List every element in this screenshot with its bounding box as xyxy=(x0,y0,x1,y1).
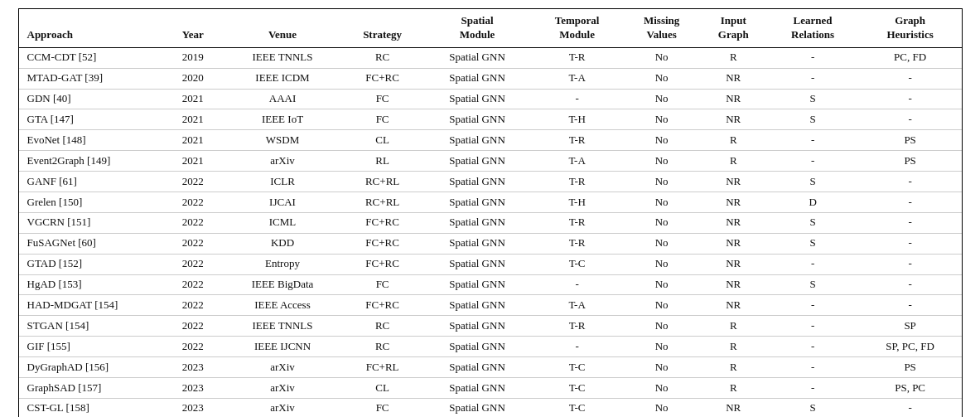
cell-approach: GTA [147] xyxy=(19,109,162,130)
table-row: GTA [147]2021IEEE IoTFCSpatial GNNT-HNoN… xyxy=(19,109,962,130)
cell-graph: - xyxy=(859,109,962,130)
cell-spatial: Spatial GNN xyxy=(423,47,531,68)
cell-temporal: T-C xyxy=(531,254,623,274)
cell-learned: S xyxy=(766,109,858,130)
cell-year: 2023 xyxy=(162,357,224,378)
cell-year: 2020 xyxy=(162,68,224,89)
cell-missing: No xyxy=(623,109,700,130)
cell-input: R xyxy=(700,378,766,399)
cell-graph: - xyxy=(859,295,962,316)
cell-spatial: Spatial GNN xyxy=(423,89,531,109)
cell-temporal: T-R xyxy=(531,233,623,254)
table-row: STGAN [154]2022IEEE TNNLSRCSpatial GNNT-… xyxy=(19,316,962,337)
cell-missing: No xyxy=(623,130,700,151)
cell-missing: No xyxy=(623,212,700,233)
cell-learned: S xyxy=(766,212,858,233)
cell-learned: S xyxy=(766,172,858,192)
cell-strategy: FC+RC xyxy=(341,68,423,89)
cell-venue: Entropy xyxy=(224,254,341,274)
cell-spatial: Spatial GNN xyxy=(423,109,531,130)
table-header-row: Approach Year Venue Strategy SpatialModu… xyxy=(19,9,962,47)
cell-learned: S xyxy=(766,274,858,295)
cell-input: R xyxy=(700,151,766,172)
table-row: GraphSAD [157]2023arXivCLSpatial GNNT-CN… xyxy=(19,378,962,399)
cell-input: R xyxy=(700,337,766,357)
cell-temporal: T-H xyxy=(531,192,623,213)
cell-strategy: FC xyxy=(341,398,423,417)
cell-spatial: Spatial GNN xyxy=(423,295,531,316)
cell-spatial: Spatial GNN xyxy=(423,357,531,378)
cell-year: 2021 xyxy=(162,151,224,172)
cell-approach: GraphSAD [157] xyxy=(19,378,162,399)
cell-input: NR xyxy=(700,109,766,130)
cell-missing: No xyxy=(623,357,700,378)
cell-year: 2022 xyxy=(162,172,224,192)
cell-strategy: RC xyxy=(341,316,423,337)
cell-graph: - xyxy=(859,192,962,213)
cell-strategy: CL xyxy=(341,130,423,151)
cell-graph: - xyxy=(859,254,962,274)
cell-temporal: - xyxy=(531,274,623,295)
cell-strategy: FC+RL xyxy=(341,357,423,378)
cell-year: 2022 xyxy=(162,254,224,274)
main-table-wrapper: Approach Year Venue Strategy SpatialModu… xyxy=(18,8,963,417)
cell-spatial: Spatial GNN xyxy=(423,68,531,89)
cell-approach: CCM-CDT [52] xyxy=(19,47,162,68)
cell-venue: IEEE BigData xyxy=(224,274,341,295)
table-row: HgAD [153]2022IEEE BigDataFCSpatial GNN-… xyxy=(19,274,962,295)
cell-strategy: FC xyxy=(341,109,423,130)
cell-strategy: RC+RL xyxy=(341,192,423,213)
col-header-learned: LearnedRelations xyxy=(766,9,858,47)
cell-spatial: Spatial GNN xyxy=(423,254,531,274)
cell-missing: No xyxy=(623,172,700,192)
cell-year: 2021 xyxy=(162,109,224,130)
cell-approach: MTAD-GAT [39] xyxy=(19,68,162,89)
cell-learned: - xyxy=(766,337,858,357)
cell-strategy: FC+RC xyxy=(341,295,423,316)
cell-graph: - xyxy=(859,398,962,417)
cell-strategy: FC xyxy=(341,274,423,295)
cell-graph: PS xyxy=(859,151,962,172)
cell-missing: No xyxy=(623,316,700,337)
table-row: GTAD [152]2022EntropyFC+RCSpatial GNNT-C… xyxy=(19,254,962,274)
cell-year: 2022 xyxy=(162,233,224,254)
table-row: EvoNet [148]2021WSDMCLSpatial GNNT-RNoR-… xyxy=(19,130,962,151)
cell-input: NR xyxy=(700,233,766,254)
cell-learned: S xyxy=(766,398,858,417)
cell-year: 2021 xyxy=(162,130,224,151)
cell-temporal: T-R xyxy=(531,47,623,68)
cell-graph: - xyxy=(859,212,962,233)
table-row: CCM-CDT [52]2019IEEE TNNLSRCSpatial GNNT… xyxy=(19,47,962,68)
cell-venue: arXiv xyxy=(224,151,341,172)
cell-venue: IEEE IJCNN xyxy=(224,337,341,357)
cell-approach: DyGraphAD [156] xyxy=(19,357,162,378)
cell-graph: - xyxy=(859,172,962,192)
cell-temporal: T-C xyxy=(531,398,623,417)
cell-spatial: Spatial GNN xyxy=(423,172,531,192)
cell-strategy: RC xyxy=(341,47,423,68)
cell-temporal: T-A xyxy=(531,295,623,316)
cell-learned: - xyxy=(766,47,858,68)
cell-year: 2023 xyxy=(162,378,224,399)
cell-learned: - xyxy=(766,130,858,151)
table-row: FuSAGNet [60]2022KDDFC+RCSpatial GNNT-RN… xyxy=(19,233,962,254)
table-row: VGCRN [151]2022ICMLFC+RCSpatial GNNT-RNo… xyxy=(19,212,962,233)
cell-missing: No xyxy=(623,378,700,399)
cell-temporal: - xyxy=(531,337,623,357)
col-header-venue: Venue xyxy=(224,9,341,47)
cell-temporal: T-R xyxy=(531,172,623,192)
cell-missing: No xyxy=(623,398,700,417)
cell-graph: - xyxy=(859,233,962,254)
table-row: GANF [61]2022ICLRRC+RLSpatial GNNT-RNoNR… xyxy=(19,172,962,192)
cell-input: NR xyxy=(700,192,766,213)
cell-missing: No xyxy=(623,68,700,89)
cell-spatial: Spatial GNN xyxy=(423,337,531,357)
table-row: Grelen [150]2022IJCAIRC+RLSpatial GNNT-H… xyxy=(19,192,962,213)
cell-graph: - xyxy=(859,274,962,295)
cell-temporal: T-R xyxy=(531,212,623,233)
cell-spatial: Spatial GNN xyxy=(423,274,531,295)
cell-venue: WSDM xyxy=(224,130,341,151)
col-header-graph: GraphHeuristics xyxy=(859,9,962,47)
cell-venue: IEEE TNNLS xyxy=(224,316,341,337)
table-row: CST-GL [158]2023arXivFCSpatial GNNT-CNoN… xyxy=(19,398,962,417)
